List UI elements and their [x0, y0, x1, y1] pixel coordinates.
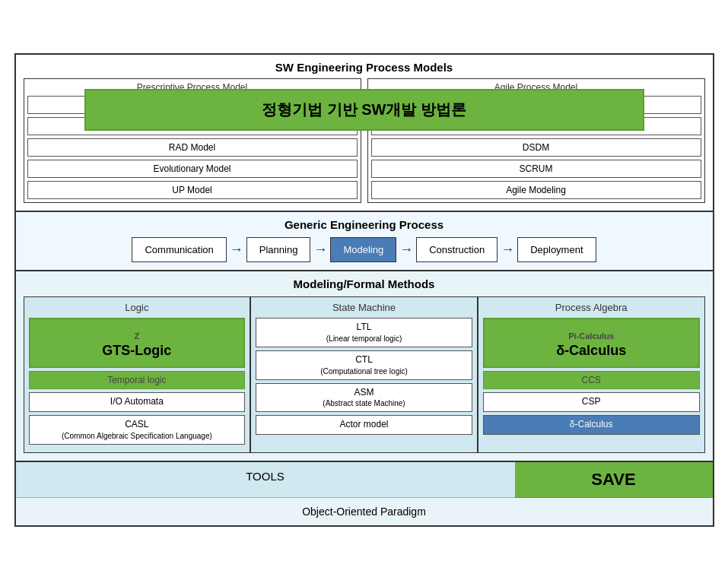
actor-model-box: Actor model [256, 415, 472, 435]
arrow-3: → [399, 242, 413, 258]
gts-logic-box: Z GTS-Logic [29, 318, 246, 368]
modeling-section-title: Modeling/Formal Methods [24, 277, 705, 290]
step-deployment: Deployment [517, 237, 596, 262]
logic-title: Logic [29, 302, 246, 313]
tools-row: TOOLS SAVE [16, 462, 713, 498]
casl-box: CASL (Common Algebraic Specification Lan… [29, 415, 246, 445]
generic-engineering-section: Generic Engineering Process Communicatio… [16, 212, 713, 271]
arrow-2: → [313, 242, 327, 258]
ltl-box: LTL (Linear temporal logic) [256, 318, 472, 347]
sw-engineering-section: SW Engineering Process Models Prescripti… [16, 55, 713, 212]
modeling-grid: Logic Z GTS-Logic Temporal logic I/O Aut… [24, 296, 705, 452]
delta-calculus-blue-box: δ-Calculus [483, 415, 700, 435]
sw-models-grid: Prescriptive Process Model Waterfall Mod… [24, 78, 705, 203]
save-box: SAVE [515, 462, 713, 498]
ccs-box: CCS [483, 371, 700, 389]
generic-section-title: Generic Engineering Process [24, 218, 705, 231]
arrow-4: → [501, 242, 514, 258]
modeling-section: Modeling/Formal Methods Logic Z GTS-Logi… [16, 271, 713, 461]
sw-box-scrum: SCRUM [371, 160, 701, 178]
sw-box-evolutionary: Evolutionary Model [27, 160, 358, 178]
step-construction: Construction [416, 237, 498, 262]
delta-calculus-green-box: Pi-Calculus δ-Calculus [483, 318, 700, 368]
step-planning: Planning [246, 237, 311, 262]
io-automata-box: I/O Automata [29, 392, 246, 412]
sw-box-agile-modeling: Agile Modeling [371, 181, 701, 199]
state-machine-title: State Machine [256, 302, 472, 313]
sw-box-dsdm: DSDM [371, 138, 701, 157]
csp-box: CSP [483, 392, 700, 412]
arrow-1: → [230, 242, 243, 258]
oop-row: Object-Oriented Paradigm [16, 498, 713, 525]
main-container: SW Engineering Process Models Prescripti… [14, 53, 714, 526]
process-flow: Communication → Planning → Modeling → Co… [24, 237, 705, 262]
sw-section-title: SW Engineering Process Models [24, 61, 705, 74]
process-algebra-title: Process Algebra [483, 302, 700, 313]
bottom-section: TOOLS SAVE Object-Oriented Paradigm [16, 462, 713, 525]
step-modeling: Modeling [330, 237, 396, 262]
process-algebra-column: Process Algebra Pi-Calculus δ-Calculus C… [478, 296, 705, 452]
sw-box-rad: RAD Model [27, 138, 358, 157]
overlay-banner: 정형기법 기반 SW개발 방법론 [84, 89, 644, 131]
temporal-logic-box: Temporal logic [29, 371, 246, 389]
sw-box-up: UP Model [27, 181, 358, 199]
logic-column: Logic Z GTS-Logic Temporal logic I/O Aut… [24, 296, 251, 452]
step-communication: Communication [132, 237, 226, 262]
tools-label: TOOLS [16, 462, 515, 498]
asm-box: ASM (Abstract state Machine) [256, 383, 472, 413]
ctl-box: CTL (Computational tree logic) [256, 350, 472, 380]
state-machine-column: State Machine LTL (Linear temporal logic… [250, 296, 478, 452]
